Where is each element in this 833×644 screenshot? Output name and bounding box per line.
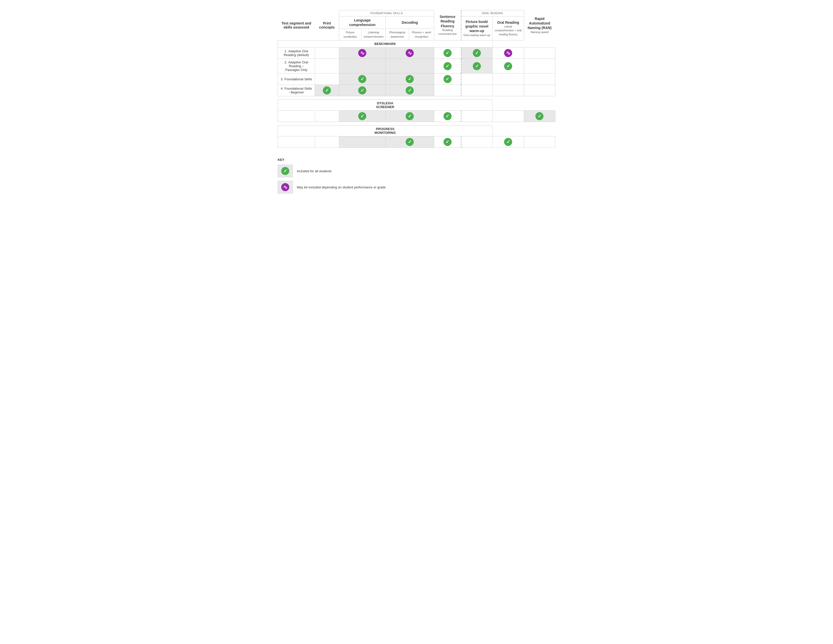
cell-print	[315, 136, 339, 148]
cell-ran	[524, 111, 555, 122]
key-check-icon	[281, 167, 289, 175]
table-row: 4.Foundational Skills - Beginner	[278, 85, 555, 96]
sentence-sub-label: Reading connected text	[436, 28, 459, 36]
cell-ran	[524, 47, 555, 59]
cell-picturebook	[461, 59, 492, 74]
cell-sentence	[434, 111, 461, 122]
cell-picturebook	[461, 111, 492, 122]
cell-print	[315, 59, 339, 74]
check-icon	[358, 75, 366, 83]
col-listening-header: Listening compre-hension	[361, 29, 386, 40]
cell-print	[315, 74, 339, 85]
check-icon	[444, 138, 452, 146]
cell-lang-comp	[339, 74, 386, 85]
cell-lang-comp	[339, 47, 386, 59]
cell-sentence	[434, 136, 461, 148]
oral-main-label: Oral Reading	[495, 20, 521, 25]
cell-ran	[524, 136, 555, 148]
check-icon	[406, 112, 414, 120]
ran-sub-label: Naming speed	[526, 30, 553, 34]
section-label: BENCHMARK	[278, 40, 492, 47]
foundational-group-label: FOUNDATIONAL SKILLS	[370, 12, 403, 14]
key-box-check	[278, 165, 293, 177]
cell-print	[315, 85, 339, 96]
row-name	[278, 136, 315, 148]
check-icon	[358, 86, 366, 95]
cell-ran	[524, 74, 555, 85]
col-ran-header: Rapid Automatized Naming (RAN) Naming sp…	[524, 10, 555, 40]
phon-label: Phonological awareness	[389, 31, 405, 38]
check-icon	[406, 138, 414, 146]
wave-icon	[406, 49, 414, 57]
check-icon	[444, 75, 452, 83]
cell-sentence	[434, 59, 461, 74]
cell-picturebook	[461, 74, 492, 85]
phonics-label: Phonics + word recognition	[412, 31, 431, 38]
oral-reading-group-label: ORAL READING	[482, 12, 503, 14]
check-icon	[406, 75, 414, 83]
cell-sentence	[434, 74, 461, 85]
lang-comp-header: Language comprehension	[339, 16, 386, 29]
check-icon	[536, 112, 544, 120]
cell-lang-comp	[339, 59, 386, 74]
section-label: PROGRESS MONITORING	[278, 126, 492, 136]
check-icon	[473, 49, 481, 57]
check-icon	[473, 62, 481, 70]
cell-picturebook	[461, 47, 492, 59]
cell-sentence	[434, 47, 461, 59]
col-print-header: Print concepts	[315, 10, 339, 40]
row-name: 1.Adaptive Oral Reading (default)	[278, 47, 315, 59]
print-label: Print concepts	[319, 21, 334, 29]
check-icon	[323, 86, 331, 95]
col-oral-header: Oral Reading Literal comprehension + ora…	[492, 16, 524, 40]
key-item-check: Included for all students	[278, 165, 555, 177]
col-picturevocab-header: Picture vocabulary	[339, 29, 361, 40]
key-box-wave	[278, 181, 293, 193]
wave-icon	[358, 49, 366, 57]
table-row: 2.Adaptive Oral Reading – Passages Only	[278, 59, 555, 74]
cell-decoding	[386, 74, 434, 85]
check-icon	[406, 86, 414, 95]
cell-print	[315, 111, 339, 122]
key-wave-label: May be included depending on student per…	[297, 185, 386, 189]
table-body: BENCHMARK1.Adaptive Oral Reading (defaul…	[278, 40, 555, 148]
key-check-label: Included for all students	[297, 169, 331, 173]
row-name: 3.Foundational Skills	[278, 74, 315, 85]
col-picturebook-header: Picture book/ graphic novel warm-up Oral…	[461, 16, 492, 40]
row-name: 4.Foundational Skills - Beginner	[278, 85, 315, 96]
cell-decoding	[386, 85, 434, 96]
col-sentence-header: Sentence Reading Fluency Reading connect…	[434, 10, 461, 40]
cell-picturebook	[461, 85, 492, 96]
sentence-main-label: Sentence Reading Fluency	[436, 14, 459, 28]
test-segment-label: Test segment and skills assessed	[281, 21, 311, 29]
listening-label: Listening compre-hension	[363, 31, 383, 38]
table-row: 1.Adaptive Oral Reading (default)	[278, 47, 555, 59]
col-phonics-header: Phonics + word recognition	[409, 29, 434, 40]
cell-decoding	[386, 136, 434, 148]
cell-lang-comp	[339, 136, 386, 148]
key-item-wave: May be included depending on student per…	[278, 181, 555, 193]
picturebook-main-label: Picture book/ graphic novel warm-up	[463, 19, 490, 33]
check-icon	[504, 138, 512, 146]
check-icon	[504, 62, 512, 70]
key-title: KEY	[278, 158, 555, 162]
picture-vocab-label: Picture vocabulary	[344, 31, 357, 38]
cell-ran	[524, 59, 555, 74]
cell-print	[315, 47, 339, 59]
cell-lang-comp	[339, 85, 386, 96]
check-icon	[444, 49, 452, 57]
oral-sub-label: Literal comprehension + oral reading flu…	[495, 25, 521, 36]
oral-reading-group: ORAL READING	[461, 10, 524, 16]
cell-decoding	[386, 47, 434, 59]
table-row	[278, 111, 555, 122]
cell-ran	[524, 85, 555, 96]
table-row: 3.Foundational Skills	[278, 74, 555, 85]
section-label: DYSLEXIA SCREENER	[278, 100, 492, 111]
row-name	[278, 111, 315, 122]
key-section: KEY Included for all students May be inc…	[278, 158, 555, 193]
cell-oral	[492, 59, 524, 74]
cell-picturebook	[461, 136, 492, 148]
key-wave-icon	[281, 183, 289, 191]
main-table: Test segment and skills assessed Print c…	[278, 10, 555, 148]
wave-icon	[504, 49, 512, 57]
